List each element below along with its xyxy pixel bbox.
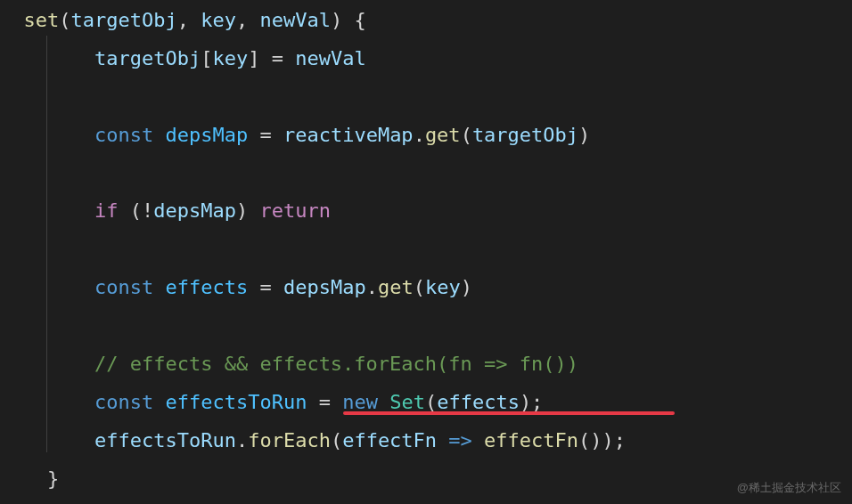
code-line-6: // effects && effects.forEach(fn => fn()…: [0, 345, 852, 384]
arrow: =>: [437, 429, 484, 451]
class-name: Set: [389, 391, 425, 413]
identifier: targetObj: [472, 124, 578, 146]
blank-line: [0, 155, 852, 193]
keyword-const: const: [94, 276, 153, 298]
identifier: key: [425, 276, 461, 298]
blank-line: [0, 231, 852, 269]
identifier: effects: [437, 391, 520, 413]
keyword-if: if: [94, 199, 119, 222]
code-line-8: effectsToRun.forEach(effectFn => effectF…: [0, 422, 852, 460]
identifier: effectFn: [342, 429, 437, 451]
brace-close: }: [47, 467, 59, 490]
identifier: targetObj: [94, 47, 201, 69]
identifier: depsMap: [283, 276, 366, 298]
keyword-return: return: [259, 199, 330, 222]
keyword-const: const: [94, 391, 153, 413]
method: get: [378, 276, 414, 298]
comment: // effects && effects.forEach(fn => fn()…: [94, 353, 578, 375]
watermark-text: @稀土掘金技术社区: [737, 476, 841, 499]
code-line-2: targetObj[key] = newVal: [0, 40, 852, 78]
red-underline-annotation: [343, 411, 675, 415]
call: effectFn: [484, 429, 578, 451]
code-line-3: const depsMap = reactiveMap.get(targetOb…: [0, 117, 852, 155]
identifier: effectsToRun: [94, 429, 236, 451]
function-name: set: [24, 9, 60, 31]
method: get: [425, 124, 461, 146]
identifier: depsMap: [153, 199, 236, 222]
code-line-1: set(targetObj, key, newVal) {: [0, 2, 852, 40]
identifier: effects: [165, 276, 248, 298]
method: forEach: [248, 429, 331, 451]
code-line-4: if (!depsMap) return: [0, 192, 852, 231]
blank-line: [0, 307, 852, 345]
code-line-5: const effects = depsMap.get(key): [0, 269, 852, 307]
code-block: set(targetObj, key, newVal) { targetObj[…: [0, 2, 852, 499]
identifier: reactiveMap: [283, 124, 414, 146]
code-line-9: }: [0, 460, 852, 499]
identifier: key: [212, 47, 248, 69]
keyword-const: const: [94, 124, 153, 146]
param: key: [201, 9, 236, 31]
keyword-new: new: [342, 391, 378, 413]
brace-open: {: [342, 9, 366, 31]
param: newVal: [259, 9, 330, 31]
identifier: depsMap: [165, 124, 248, 146]
param: targetObj: [71, 9, 177, 31]
blank-line: [0, 78, 852, 117]
code-line-7: const effectsToRun = new Set(effects);: [0, 384, 852, 422]
identifier: effectsToRun: [165, 391, 307, 413]
identifier: newVal: [295, 47, 365, 69]
